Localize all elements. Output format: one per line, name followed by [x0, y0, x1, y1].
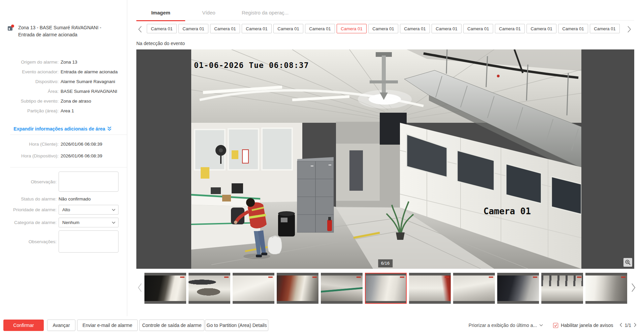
- field-value: BASE Sumaré RAVAGNANI: [61, 88, 123, 95]
- page-next-button[interactable]: [634, 323, 637, 328]
- camera-button[interactable]: Camera 01: [210, 24, 240, 33]
- thumbnail[interactable]: [541, 273, 583, 304]
- image-viewer: 01-06-2026 Tue 06:08:37 Camera 01 6/16: [136, 49, 634, 269]
- field-value: Zona de atraso: [61, 98, 123, 104]
- divider: [10, 167, 127, 168]
- field-row: Partição (área):Area 1: [0, 108, 123, 114]
- field-label: Partição (área):: [0, 108, 61, 114]
- priority-display-dropdown[interactable]: Priorizar a exibição do último a...: [469, 323, 543, 328]
- field-row: Subtipo de evento:Zona de atraso: [0, 98, 123, 104]
- sidebar-divider: [127, 0, 127, 316]
- prioridade-selected-value: Alto: [62, 207, 70, 212]
- camera-button[interactable]: Camera 01: [590, 24, 620, 33]
- thumbnail[interactable]: [277, 273, 318, 304]
- field-row: Origem do alarme:Zona 13: [0, 59, 123, 65]
- thumbnail[interactable]: [453, 273, 495, 304]
- check-icon: [554, 324, 557, 327]
- field-label: Hora (Cliente):: [0, 141, 61, 147]
- tab-imagem[interactable]: Imagem: [136, 7, 185, 21]
- thumbnail-image: [189, 275, 230, 301]
- field-label: Dispositivo:: [0, 79, 61, 85]
- prioridade-select[interactable]: Alto: [59, 205, 118, 215]
- confirmar-button[interactable]: Confirmar: [3, 320, 44, 331]
- thumbnail[interactable]: [321, 273, 363, 304]
- alarm-time-fields: Hora (Cliente):2026/01/06 06:08:39 Hora …: [0, 141, 123, 165]
- expand-area-info-label: Expandir informações adicionais de área: [13, 126, 105, 132]
- field-row: Dispositivo:Alarme Sumaré Ravagnani: [0, 79, 123, 85]
- observacoes-label: Observações:: [0, 239, 59, 244]
- thumbnail[interactable]: [189, 273, 230, 304]
- field-row: Evento acionador:Entrada de alarme acion…: [0, 69, 123, 75]
- camera-button[interactable]: Camera 01: [368, 24, 398, 33]
- field-label: Origem do alarme:: [0, 59, 61, 65]
- footer-right-controls: Priorizar a exibição do último a... Habi…: [469, 320, 637, 331]
- camera-button[interactable]: Camera 01: [527, 24, 556, 33]
- thumbnail[interactable]: [585, 273, 627, 304]
- camera-button[interactable]: Camera 01: [495, 24, 525, 33]
- camera-button[interactable]: Camera 01: [432, 24, 462, 33]
- field-value: Area 1: [61, 108, 123, 114]
- thumbnail-prev-button[interactable]: [137, 283, 142, 294]
- field-label: Evento acionador:: [0, 69, 61, 75]
- camera-button[interactable]: Camera 01: [337, 24, 367, 33]
- field-value: 2026/01/06 06:08:39: [61, 141, 123, 147]
- camera-button[interactable]: Camera 01: [558, 24, 588, 33]
- alarm-detail-window: Zona 13 - BASE Sumaré RAVAGNANI - Entrad…: [0, 0, 644, 333]
- camera-button[interactable]: Camera 01: [147, 24, 177, 33]
- expand-area-info-link[interactable]: Expandir informações adicionais de área: [0, 126, 125, 132]
- tab-video[interactable]: Vídeo: [185, 7, 232, 21]
- camera-button[interactable]: Camera 01: [273, 24, 303, 33]
- enviar-email-button[interactable]: Enviar e-mail de alarme: [77, 320, 138, 331]
- camera-button[interactable]: Camera 01: [178, 24, 208, 33]
- camera-button-row: Camera 01Camera 01Camera 01Camera 01Came…: [147, 24, 620, 33]
- double-chevron-down-icon: [107, 126, 112, 131]
- thumbnail[interactable]: [144, 273, 186, 304]
- viewer-caption: Na detecção do evento: [136, 41, 185, 46]
- alarm-title: Zona 13 - BASE Sumaré RAVAGNANI - Entrad…: [18, 24, 114, 38]
- field-label: Subtipo de evento:: [0, 98, 61, 104]
- zoom-in-icon[interactable]: [623, 258, 632, 267]
- alarm-info-fields: Origem do alarme:Zona 13 Evento acionado…: [0, 59, 123, 118]
- camera-button[interactable]: Camera 01: [400, 24, 430, 33]
- controle-saida-button[interactable]: Controle de saída de alarme: [139, 320, 204, 331]
- habilitar-avisos-checkbox[interactable]: [553, 323, 558, 328]
- thumbnail-image: [541, 275, 583, 301]
- field-value: Entrada de alarme acionada: [61, 69, 123, 75]
- habilitar-avisos-label: Habilitar janela de avisos: [561, 323, 613, 328]
- thumbnail[interactable]: [409, 273, 451, 304]
- thumbnail-image: [144, 275, 186, 301]
- thumbnail-image: [277, 275, 318, 301]
- status-value: Não confirmado: [59, 196, 91, 201]
- categoria-selected-value: Nenhum: [62, 220, 79, 225]
- camera-row-next-button[interactable]: [627, 26, 632, 34]
- field-value: Alarme Sumaré Ravagnani: [61, 79, 123, 85]
- avancar-button[interactable]: Avançar: [47, 320, 75, 331]
- camera-button[interactable]: Camera 01: [305, 24, 335, 33]
- field-value: 2026/01/06 06:08:39: [61, 153, 123, 159]
- thumbnail-image: [585, 275, 627, 301]
- thumbnail-next-button[interactable]: [631, 283, 636, 294]
- camera-button[interactable]: Camera 01: [463, 24, 493, 33]
- observacoes-textarea[interactable]: [59, 230, 118, 253]
- go-to-partition-button[interactable]: Go to Partition (Area) Details: [205, 320, 268, 331]
- tab-registro-operacao[interactable]: Registro da operaç...: [232, 7, 298, 21]
- thumbnail[interactable]: [365, 273, 407, 304]
- thumbnail-image: [366, 275, 406, 301]
- camera-frame: 01-06-2026 Tue 06:08:37 Camera 01: [191, 49, 581, 269]
- osd-camera-label: Camera 01: [483, 206, 531, 216]
- alarm-form: Observação: Status do alarme: Não confir…: [0, 172, 123, 256]
- categoria-select[interactable]: Nenhum: [59, 218, 118, 227]
- tab-bar: Imagem Vídeo Registro da operaç...: [136, 7, 634, 21]
- page-prev-button[interactable]: [619, 323, 622, 328]
- observacao-textarea[interactable]: [59, 172, 118, 192]
- alarm-event-icon: [7, 24, 15, 32]
- camera-button[interactable]: Camera 01: [242, 24, 272, 33]
- field-label: Área:: [0, 88, 61, 95]
- priority-display-label: Priorizar a exibição do último a...: [469, 323, 537, 328]
- chevron-down-icon: [112, 221, 115, 224]
- alarm-title-row: Zona 13 - BASE Sumaré RAVAGNANI - Entrad…: [7, 24, 114, 38]
- camera-row-prev-button[interactable]: [138, 26, 142, 34]
- thumbnail[interactable]: [233, 273, 274, 304]
- thumbnail[interactable]: [497, 273, 539, 304]
- thumbnail-image: [453, 275, 495, 301]
